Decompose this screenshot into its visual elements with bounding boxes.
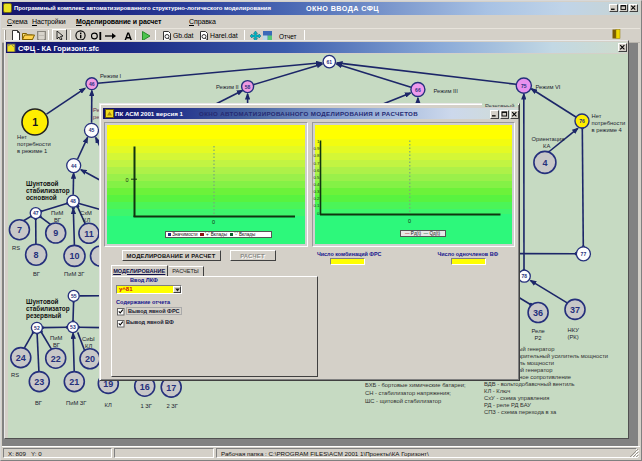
- svg-text:77: 77: [581, 251, 587, 257]
- svg-text:ВГ: ВГ: [53, 342, 61, 348]
- svg-text:Режим II: Режим II: [216, 84, 239, 90]
- svg-text:11: 11: [84, 229, 94, 239]
- svg-text:потребности: потребности: [17, 141, 51, 147]
- svg-text:47: 47: [33, 210, 39, 216]
- svg-text:потребности: потребности: [592, 120, 626, 126]
- svg-text:23: 23: [34, 377, 44, 387]
- svg-text:0.4: 0.4: [313, 182, 320, 187]
- svg-text:46: 46: [89, 81, 95, 87]
- svg-text:2 ЗГ: 2 ЗГ: [167, 403, 179, 409]
- svg-text:53: 53: [70, 324, 76, 330]
- svg-text:СхУ - схема управления: СхУ - схема управления: [484, 395, 549, 401]
- svg-text:КЛ: КЛ: [85, 343, 92, 349]
- svg-text:СиЫ: СиЫ: [82, 336, 95, 342]
- svg-text:58: 58: [245, 84, 251, 90]
- svg-text:76: 76: [579, 118, 585, 124]
- svg-text:ПиМ ЗГ: ПиМ ЗГ: [66, 400, 87, 406]
- svg-text:0.3: 0.3: [313, 189, 320, 194]
- svg-text:ВГ: ВГ: [33, 271, 41, 277]
- svg-text:0.8: 0.8: [313, 153, 320, 158]
- svg-text:СН - стабилизатор напряжения;: СН - стабилизатор напряжения;: [365, 390, 451, 396]
- svg-text:ВГ: ВГ: [54, 217, 62, 223]
- svg-text:Нет: Нет: [17, 134, 27, 140]
- svg-text:ПиМ: ПиМ: [50, 335, 62, 341]
- svg-text:0.9: 0.9: [313, 146, 320, 151]
- svg-text:0.2: 0.2: [313, 196, 320, 201]
- svg-text:44: 44: [71, 163, 77, 169]
- svg-text:ШС - щитовой стабилизатор: ШС - щитовой стабилизатор: [365, 398, 441, 404]
- svg-text:КЛ: КЛ: [83, 217, 90, 223]
- svg-text:36: 36: [533, 308, 543, 318]
- svg-text:10: 10: [69, 251, 79, 261]
- svg-text:1: 1: [317, 139, 320, 144]
- svg-text:22: 22: [51, 354, 61, 364]
- svg-text:Ориентация: Ориентация: [532, 136, 565, 142]
- svg-text:21: 21: [69, 377, 79, 387]
- svg-text:БХБ - бортовые химические бата: БХБ - бортовые химические батареи;: [365, 382, 466, 388]
- svg-text:9: 9: [53, 228, 58, 238]
- svg-text:Нет: Нет: [592, 113, 602, 119]
- svg-text:Режим I: Режим I: [100, 73, 121, 79]
- svg-text:СхМ: СхМ: [80, 210, 92, 216]
- svg-text:основной: основной: [26, 194, 57, 201]
- svg-text:ПиМ: ПиМ: [51, 210, 63, 216]
- svg-text:Р2: Р2: [535, 335, 542, 341]
- svg-text:8: 8: [34, 250, 39, 260]
- svg-text:НКУ: НКУ: [568, 327, 580, 333]
- svg-text:в режиме 4: в режиме 4: [592, 127, 623, 133]
- svg-text:ПиМ ЗГ: ПиМ ЗГ: [64, 271, 85, 277]
- svg-text:0: 0: [317, 211, 320, 216]
- svg-text:в режиме 1: в режиме 1: [17, 148, 47, 154]
- svg-text:Режим III: Режим III: [434, 88, 459, 94]
- svg-text:0.6: 0.6: [313, 168, 320, 173]
- svg-text:66: 66: [415, 87, 421, 93]
- svg-text:0: 0: [408, 218, 411, 224]
- svg-text:61: 61: [327, 59, 333, 65]
- svg-text:45: 45: [89, 127, 95, 133]
- svg-text:0.5: 0.5: [313, 175, 320, 180]
- svg-text:4: 4: [542, 158, 547, 168]
- svg-text:48: 48: [70, 198, 76, 204]
- svg-text:7: 7: [17, 225, 22, 235]
- svg-text:75: 75: [521, 83, 527, 89]
- svg-text:ВГ: ВГ: [35, 400, 43, 406]
- svg-text:20: 20: [85, 354, 95, 364]
- svg-text:24: 24: [16, 353, 26, 363]
- svg-text:52: 52: [34, 325, 40, 331]
- svg-text:КА: КА: [543, 143, 550, 149]
- svg-text:RS: RS: [12, 245, 20, 251]
- svg-text:RS: RS: [11, 372, 19, 378]
- svg-text:37: 37: [570, 305, 580, 315]
- svg-text:16: 16: [140, 382, 150, 392]
- svg-text:ВДВ - вольтодобавочный вентиль: ВДВ - вольтодобавочный вентиль: [484, 381, 575, 387]
- svg-text:Режим VI: Режим VI: [536, 84, 561, 90]
- svg-text:(РК): (РК): [568, 334, 579, 340]
- svg-text:СПЗ - схема перехода в за: СПЗ - схема перехода в за: [484, 409, 557, 415]
- svg-text:0.1: 0.1: [313, 203, 320, 208]
- svg-text:Реле: Реле: [532, 328, 545, 334]
- svg-text:0.7: 0.7: [313, 161, 320, 166]
- svg-text:РД - реле РД БАУ: РД - реле РД БАУ: [484, 402, 531, 408]
- svg-text:1: 1: [32, 116, 38, 128]
- svg-text:0: 0: [126, 177, 129, 183]
- svg-text:резервный: резервный: [26, 312, 61, 320]
- svg-text:КЛ - Ключ: КЛ - Ключ: [484, 388, 510, 394]
- svg-text:78: 78: [522, 273, 528, 279]
- svg-text:55: 55: [71, 293, 77, 299]
- svg-text:1 ЗГ: 1 ЗГ: [141, 403, 153, 409]
- svg-text:КЛ: КЛ: [105, 402, 112, 408]
- svg-text:0: 0: [212, 219, 215, 225]
- svg-text:17: 17: [166, 383, 176, 393]
